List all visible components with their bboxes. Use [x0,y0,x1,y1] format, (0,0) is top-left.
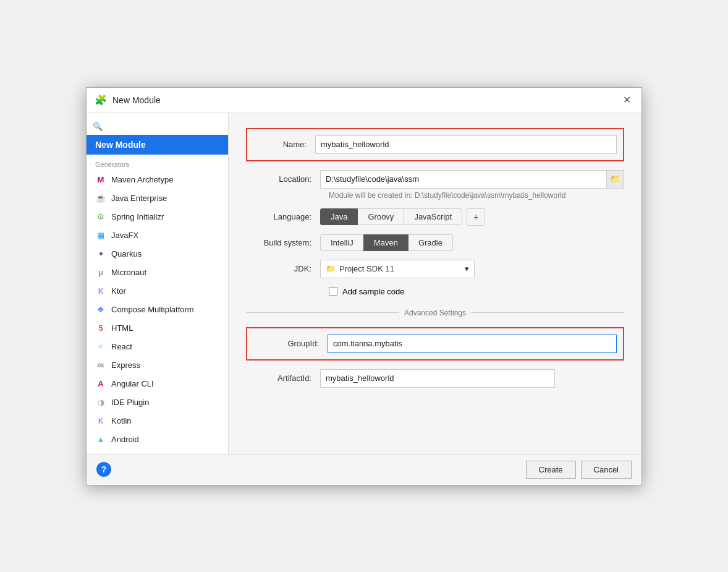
jdk-value: Project SDK 11 [339,264,394,273]
sidebar-item-android[interactable]: ▲ Android [87,430,228,449]
divider-line-right [471,312,624,313]
artifactid-input[interactable] [320,369,555,388]
title-bar-left: 🧩 New Module [94,93,161,107]
sidebar-item-javafx[interactable]: ▦ JavaFX [87,226,228,245]
artifactid-label: ArtifactId: [246,374,320,383]
sidebar-item-micronaut[interactable]: μ Micronaut [87,263,228,282]
groupid-label: GroupId: [253,339,328,348]
sidebar-item-label: JavaFX [111,231,138,240]
sidebar-item-label: Spring Initializr [111,212,164,221]
divider-line-left [246,312,399,313]
language-javascript-btn[interactable]: JavaScript [404,208,462,225]
javafx-icon: ▦ [95,230,106,241]
app-icon: 🧩 [94,93,108,107]
build-system-row: Build system: IntelliJ Maven Gradle [246,234,624,251]
location-input[interactable] [321,172,606,186]
checkbox-area: Add sample code [246,287,404,296]
advanced-settings-divider: Advanced Settings [246,309,624,317]
sidebar-item-label: Compose Multiplatform [111,305,194,314]
generators-label: Generators [87,155,228,171]
sidebar-item-label: React [111,342,132,351]
advanced-settings-label: Advanced Settings [404,309,466,317]
build-maven-btn[interactable]: Maven [363,234,408,251]
title-bar: 🧩 New Module ✕ [87,88,641,113]
bottom-bar: ? Create Cancel [87,454,641,485]
location-input-wrap: 📁 [320,170,624,189]
sidebar: 🔍 New Module Generators M Maven Archetyp… [87,113,229,454]
groupid-wrapper: GroupId: [246,327,624,361]
language-groovy-btn[interactable]: Groovy [357,208,404,225]
dialog-body: 🔍 New Module Generators M Maven Archetyp… [87,113,641,454]
sidebar-selected-item[interactable]: New Module [87,135,228,155]
module-hint: Module will be created in: D:\studyfile\… [246,191,624,200]
sidebar-item-compose-multiplatform[interactable]: ❖ Compose Multiplatform [87,301,228,319]
sidebar-item-label: IDE Plugin [111,398,149,407]
chevron-down-icon: ▾ [465,264,469,273]
cancel-button[interactable]: Cancel [581,461,632,479]
sidebar-item-label: Express [111,361,140,370]
language-java-btn[interactable]: Java [320,208,358,225]
sidebar-item-label: Java Enterprise [111,194,167,203]
jdk-select-inner: 📁 Project SDK 11 [326,264,394,273]
quarkus-icon: ✦ [95,249,106,260]
location-label: Location: [246,174,320,184]
dialog-title: New Module [112,95,161,105]
jdk-row: JDK: 📁 Project SDK 11 ▾ [246,260,624,278]
sidebar-item-html[interactable]: 5 HTML [87,319,228,338]
spring-icon: ⚙ [95,211,106,223]
sidebar-item-label: Micronaut [111,268,146,277]
build-intellij-btn[interactable]: IntelliJ [320,234,364,251]
sidebar-item-label: Maven Archetype [111,175,173,184]
java-icon: ☕ [95,193,106,204]
express-icon: ex [95,360,106,371]
create-button[interactable]: Create [526,461,576,479]
sidebar-item-quarkus[interactable]: ✦ Quarkus [87,245,228,263]
sidebar-item-kotlin[interactable]: K Kotlin [87,412,228,430]
maven-icon: M [95,174,106,186]
sidebar-item-label: Quarkus [111,249,142,258]
micronaut-icon: μ [95,267,106,278]
react-icon: ⚛ [95,341,106,352]
build-btn-group: IntelliJ Maven Gradle [320,234,452,251]
sidebar-item-angular-cli[interactable]: A Angular CLI [87,375,228,393]
search-icon: 🔍 [93,122,103,131]
browse-button[interactable]: 📁 [606,171,624,188]
jdk-select[interactable]: 📁 Project SDK 11 ▾ [320,260,475,278]
sample-code-checkbox[interactable] [329,287,337,296]
angular-icon: A [95,378,106,390]
sidebar-item-spring-initializr[interactable]: ⚙ Spring Initializr [87,208,228,226]
sidebar-item-label: Android [111,435,139,444]
language-row: Language: Java Groovy JavaScript + [246,208,624,226]
html-icon: 5 [95,323,106,334]
sidebar-item-ide-plugin[interactable]: ◑ IDE Plugin [87,393,228,412]
sample-code-row: Add sample code [246,287,624,296]
location-row: Location: 📁 [246,170,624,189]
groupid-input[interactable] [328,335,617,353]
new-module-dialog: 🧩 New Module ✕ 🔍 New Module Generators M… [86,87,642,485]
kotlin-icon: K [95,416,106,427]
ktor-icon: K [95,286,106,297]
sidebar-item-react[interactable]: ⚛ React [87,338,228,356]
name-row-wrapper: Name: [246,128,624,161]
close-button[interactable]: ✕ [619,93,634,108]
jdk-label: JDK: [246,264,320,273]
name-input[interactable] [315,135,617,154]
sidebar-item-label: HTML [111,323,133,333]
artifactid-row: ArtifactId: [246,369,624,388]
help-button[interactable]: ? [96,462,111,477]
compose-icon: ❖ [95,304,106,315]
sidebar-item-express[interactable]: ex Express [87,356,228,375]
sidebar-item-maven-archetype[interactable]: M Maven Archetype [87,171,228,189]
build-gradle-btn[interactable]: Gradle [408,234,453,251]
sidebar-item-label: Ktor [111,286,126,296]
language-btn-group: Java Groovy JavaScript [320,208,462,225]
sidebar-item-ktor[interactable]: K Ktor [87,282,228,301]
android-icon: ▲ [95,434,106,445]
search-area: 🔍 [87,118,228,135]
sample-code-label: Add sample code [342,287,404,296]
sidebar-item-label: Angular CLI [111,379,154,388]
add-language-btn[interactable]: + [467,208,485,226]
ide-icon: ◑ [95,397,106,408]
sidebar-item-java-enterprise[interactable]: ☕ Java Enterprise [87,189,228,208]
action-buttons: Create Cancel [526,461,632,479]
